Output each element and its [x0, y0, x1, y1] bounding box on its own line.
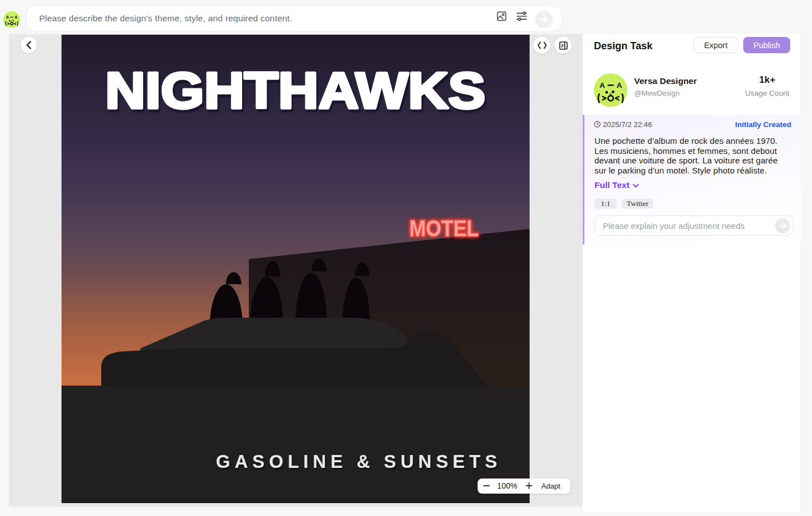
svg-text:NIGHTHAWKS: NIGHTHAWKS [105, 62, 485, 119]
svg-text:GASOLINE & SUNSETS: GASOLINE & SUNSETS [216, 451, 497, 472]
svg-text:MOTEL: MOTEL [409, 216, 479, 241]
